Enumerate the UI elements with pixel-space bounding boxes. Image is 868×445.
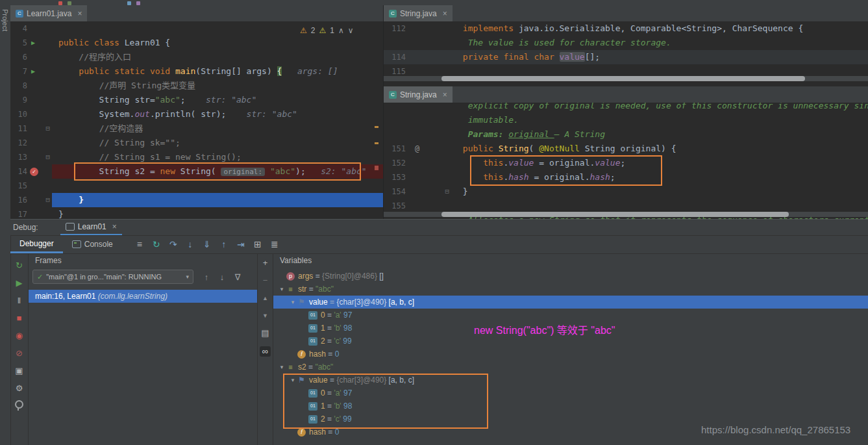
fold-icon[interactable]: ⊟: [45, 150, 50, 164]
variable-row[interactable]: pargs = {String[0]@486} []: [273, 270, 868, 283]
run-gutter-icon[interactable]: ▶: [31, 64, 35, 79]
step-out-icon[interactable]: ↑: [216, 239, 232, 249]
error-stripe-mark[interactable]: [375, 126, 378, 128]
run-to-cursor-icon[interactable]: ⇥: [232, 239, 249, 249]
scroll-down-icon[interactable]: ▼: [262, 311, 268, 320]
expander-icon[interactable]: ▾: [277, 361, 286, 374]
error-stripe-mark[interactable]: [375, 142, 378, 144]
gutter[interactable]: [27, 136, 52, 150]
error-stripe-mark[interactable]: [375, 166, 378, 170]
step-over-icon[interactable]: ↷: [165, 239, 182, 249]
inspection-widget[interactable]: 2 1: [300, 26, 354, 35]
expander-icon[interactable]: ▾: [288, 296, 297, 309]
add-watch-icon[interactable]: +: [263, 259, 268, 268]
variable-row[interactable]: 012 = 'c' 99: [273, 413, 868, 426]
show-watches-icon[interactable]: ∞: [260, 346, 271, 357]
code-line[interactable]: 152 this.value = original.value;: [384, 156, 868, 170]
fold-icon[interactable]: ⊟: [445, 184, 449, 199]
gutter[interactable]: [406, 50, 451, 64]
code-line[interactable]: 153 this.hash = original.hash;: [384, 170, 868, 184]
code-line[interactable]: 17}: [10, 207, 383, 219]
code-line[interactable]: 6 //程序的入口: [10, 50, 383, 64]
annotation-gutter-icon[interactable]: @: [415, 142, 419, 156]
code-line[interactable]: The value is used for character storage.: [384, 36, 868, 50]
prev-issue-icon[interactable]: [338, 26, 344, 35]
gutter[interactable]: [27, 107, 52, 121]
tab-debugger[interactable]: Debugger: [10, 235, 63, 253]
tab-learn01-java[interactable]: Learn01.java: [10, 5, 87, 21]
close-tab-icon[interactable]: [443, 91, 447, 99]
code-line[interactable]: 12 // String sk="";: [10, 136, 383, 150]
code-line[interactable]: 151@ public String( @NotNull String orig…: [384, 142, 868, 156]
pause-program-icon[interactable]: ‖: [18, 295, 21, 306]
variable-row[interactable]: 010 = 'a' 97: [273, 309, 868, 322]
fold-icon[interactable]: ⊟: [45, 193, 50, 207]
gutter[interactable]: [27, 93, 52, 107]
code-line[interactable]: 155: [384, 199, 868, 213]
gutter[interactable]: ⊟: [406, 184, 451, 199]
gutter[interactable]: ▶: [27, 36, 52, 50]
gutter[interactable]: [406, 170, 451, 184]
code-line[interactable]: 15: [10, 179, 383, 193]
filter-frames-icon[interactable]: ∇: [230, 272, 245, 282]
pin-icon[interactable]: [15, 400, 23, 409]
gutter[interactable]: ⊟: [27, 121, 52, 136]
scroll-up-icon[interactable]: ▲: [262, 294, 268, 303]
gutter[interactable]: ▶: [27, 64, 52, 79]
code-editor-learn01[interactable]: 45▶public class Learn01 {6 //程序的入口7▶ pub…: [10, 21, 383, 219]
gutter[interactable]: ⊟: [27, 193, 52, 207]
code-line[interactable]: 112 implements java.io.Serializable, Com…: [384, 21, 868, 36]
copy-stack-icon[interactable]: ▤: [261, 329, 269, 338]
gutter[interactable]: [406, 156, 451, 170]
tab-string-java-bottom[interactable]: String.java: [384, 86, 453, 103]
gutter[interactable]: [406, 113, 451, 127]
code-line[interactable]: 10 System.out.println( str); str: "abc": [10, 107, 383, 121]
show-execution-point-icon[interactable]: ↻: [148, 239, 165, 249]
gutter[interactable]: [27, 179, 52, 193]
variable-row[interactable]: ▾≡s2 = "abc": [273, 361, 868, 374]
next-frame-icon[interactable]: ↓: [214, 272, 230, 282]
remove-watch-icon[interactable]: −: [263, 276, 268, 285]
resume-program-icon[interactable]: ▶: [16, 277, 23, 288]
code-line[interactable]: 9 String str="abc"; str: "abc": [10, 93, 383, 107]
code-line[interactable]: 13⊟ // String s1 = new String();: [10, 150, 383, 164]
code-line[interactable]: 154⊟ }: [384, 184, 868, 199]
view-breakpoints-icon[interactable]: ◉: [16, 330, 23, 341]
gutter[interactable]: [406, 36, 451, 50]
code-line[interactable]: 114 private final char value[];: [384, 50, 868, 64]
gutter[interactable]: @: [406, 142, 451, 156]
code-line[interactable]: explicit copy of original is needed, use…: [384, 103, 868, 113]
step-into-icon[interactable]: ↓: [182, 239, 199, 249]
gutter[interactable]: [406, 127, 451, 142]
next-issue-icon[interactable]: [348, 26, 354, 35]
fold-icon[interactable]: ⊟: [45, 121, 50, 136]
gutter[interactable]: ✓: [27, 164, 52, 179]
variable-row[interactable]: ▾⚑value = {char[3]@490} [a, b, c]: [273, 296, 868, 309]
variable-row[interactable]: 011 = 'b' 98: [273, 400, 868, 413]
view-breakpoints-grid-icon[interactable]: ⊞: [249, 239, 266, 249]
gutter[interactable]: [27, 21, 52, 36]
layout-grid-icon[interactable]: ≣: [266, 239, 283, 249]
code-line[interactable]: 5▶public class Learn01 {: [10, 36, 383, 50]
run-gutter-icon[interactable]: ▶: [31, 36, 35, 50]
gutter[interactable]: ⊟: [27, 150, 52, 164]
tab-string-java-top[interactable]: String.java: [384, 5, 453, 21]
mute-breakpoints-icon[interactable]: ⊘: [16, 348, 23, 359]
variable-row[interactable]: 010 = 'a' 97: [273, 387, 868, 400]
variable-row[interactable]: fhash = 0: [273, 348, 868, 361]
gutter[interactable]: [27, 79, 52, 93]
code-line[interactable]: 16⊟ }: [10, 193, 383, 207]
gutter[interactable]: [27, 207, 52, 219]
stack-frame-row[interactable]: main:16, Learn01 (com.llg.learnString): [29, 290, 257, 303]
variable-row[interactable]: ▾⚑value = {char[3]@490} [a, b, c]: [273, 374, 868, 387]
gutter[interactable]: [406, 199, 451, 213]
close-tab-icon[interactable]: [443, 10, 447, 18]
project-tool-tab[interactable]: Project: [0, 5, 10, 35]
restore-layout-icon[interactable]: ≡: [131, 239, 148, 249]
h-scrollbar-thumb[interactable]: [441, 76, 805, 81]
rerun-debugger-icon[interactable]: ↻: [16, 260, 23, 271]
code-editor-string-bottom[interactable]: explicit copy of original is needed, use…: [384, 103, 868, 219]
code-line[interactable]: 11⊟ //空构造器: [10, 121, 383, 136]
previous-frame-icon[interactable]: ↑: [199, 272, 214, 282]
thread-selector[interactable]: "main"@1 in gro..."main": RUNNING: [32, 270, 193, 284]
